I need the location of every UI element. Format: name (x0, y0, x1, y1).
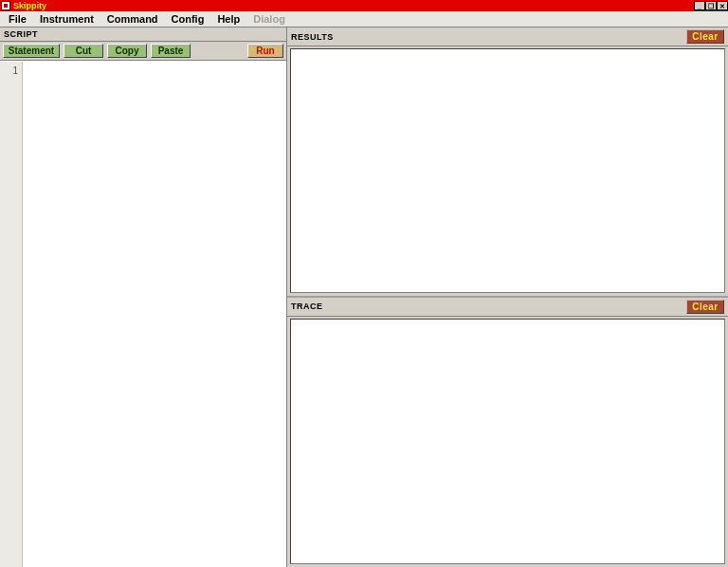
cut-button[interactable]: Cut (64, 44, 103, 58)
copy-button[interactable]: Copy (107, 44, 147, 58)
app-icon (1, 1, 10, 10)
run-button[interactable]: Run (247, 44, 283, 58)
statement-button[interactable]: Statement (3, 44, 60, 58)
results-header: RESULTS Clear (287, 27, 728, 46)
workspace: SCRIPT Statement Cut Copy Paste Run 1 RE… (0, 27, 728, 567)
line-number-1: 1 (0, 65, 18, 76)
menu-bar: File Instrument Command Config Help Dial… (0, 11, 728, 27)
trace-header: TRACE Clear (287, 298, 728, 317)
title-bar: Skippity _ ❐ ✕ (0, 0, 728, 11)
menu-file[interactable]: File (2, 12, 33, 26)
results-clear-button[interactable]: Clear (686, 29, 724, 44)
trace-title: TRACE (291, 302, 323, 311)
script-header: SCRIPT (0, 27, 286, 42)
results-output[interactable] (290, 48, 725, 293)
trace-pane: TRACE Clear (287, 298, 728, 568)
close-button[interactable]: ✕ (717, 1, 728, 10)
script-pane: SCRIPT Statement Cut Copy Paste Run 1 (0, 27, 287, 567)
window-controls: _ ❐ ✕ (694, 1, 728, 10)
menu-command[interactable]: Command (100, 12, 165, 26)
trace-output[interactable] (290, 319, 725, 565)
script-toolbar: Statement Cut Copy Paste Run (0, 42, 286, 61)
script-editor: 1 (0, 61, 286, 567)
minimize-button[interactable]: _ (694, 1, 705, 10)
line-gutter: 1 (0, 62, 23, 567)
script-title: SCRIPT (4, 29, 38, 39)
menu-instrument[interactable]: Instrument (33, 12, 100, 26)
app-title: Skippity (13, 1, 46, 10)
maximize-button[interactable]: ❐ (705, 1, 717, 10)
paste-button[interactable]: Paste (151, 44, 191, 58)
menu-config[interactable]: Config (165, 12, 211, 26)
menu-dialog: Dialog (246, 12, 292, 26)
results-title: RESULTS (291, 32, 334, 42)
results-pane: RESULTS Clear (287, 27, 728, 298)
menu-help[interactable]: Help (210, 12, 246, 26)
right-pane: RESULTS Clear TRACE Clear (287, 27, 728, 567)
script-text-input[interactable] (23, 62, 286, 567)
trace-clear-button[interactable]: Clear (686, 300, 724, 314)
